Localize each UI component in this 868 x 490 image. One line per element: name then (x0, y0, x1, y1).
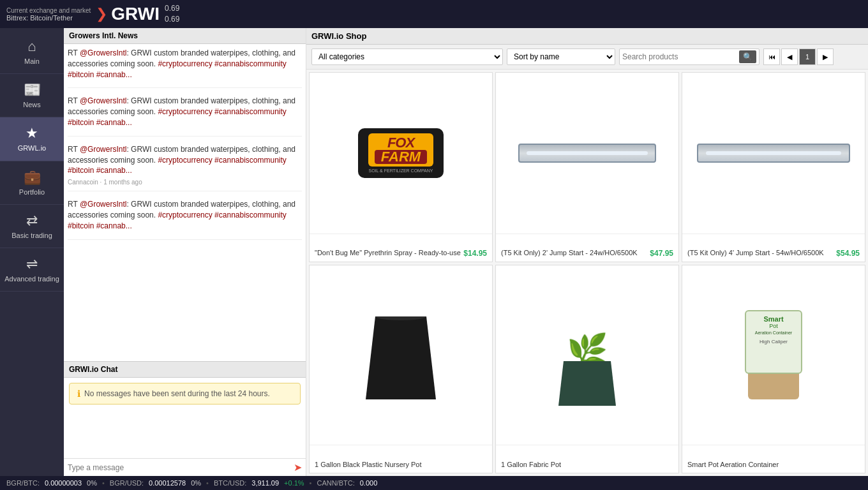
news-item: RT @GrowersIntl: GRWI custom branded wat… (68, 96, 302, 136)
portfolio-icon: 💼 (24, 169, 41, 186)
product-price: $54.95 (836, 249, 860, 258)
shop-header: GRWI.io Shop (306, 28, 868, 45)
product-image-smartpot: Smart Pot Aeration Container High Calipe… (682, 265, 865, 445)
dot-1: • (102, 479, 105, 487)
pagination: ⏮ ◀ 1 ▶ (763, 48, 834, 65)
sidebar: ⌂ Main 📰 News ★ GRWL.io 💼 Portfolio ⇄ Ba… (0, 28, 64, 476)
sidebar-label-portfolio: Portfolio (19, 188, 45, 197)
black-pot-svg (366, 316, 436, 399)
status-btc-usd-value: 3,911.09 (251, 479, 279, 487)
page-next-button[interactable]: ▶ (817, 48, 834, 65)
product-image-blackpot (310, 265, 492, 445)
news-section: Growers Intl. News RT @GrowersIntl: GRWI… (64, 28, 306, 361)
category-select[interactable]: All categories (311, 48, 503, 65)
sidebar-item-basic-trading[interactable]: ⇄ Basic trading (0, 205, 64, 248)
basic-trading-icon: ⇄ (26, 212, 38, 229)
left-panel: Growers Intl. News RT @GrowersIntl: GRWI… (64, 28, 306, 476)
product-name: (T5 Kit Only) 2' Jump Start - 24w/HO/650… (501, 248, 650, 257)
product-footer: 1 Gallon Black Plastic Nursery Pot (310, 445, 492, 473)
news-text: RT @GrowersIntl: GRWI custom branded wat… (68, 48, 302, 80)
status-btc-usd-change: +0.1% (284, 479, 304, 487)
price-1: 0.69 (165, 3, 179, 14)
product-footer: (T5 Kit Only) 4' Jump Start - 54w/HO/650… (682, 234, 865, 262)
news-handle[interactable]: @GrowersIntl (80, 96, 127, 105)
svg-marker-0 (366, 316, 436, 399)
status-btc-usd-label: BTC/USD: (214, 479, 246, 487)
exchange-name: Bittrex: Bitcoin/Tether (6, 14, 91, 22)
news-handle[interactable]: @GrowersIntl (80, 145, 127, 154)
advanced-trading-icon: ⇌ (26, 256, 38, 272)
product-card[interactable]: 1 Gallon Black Plastic Nursery Pot (309, 265, 493, 474)
sidebar-label-advanced-trading: Advanced trading (4, 275, 59, 283)
chat-section: GRWI.io Chat ℹ No messages have been sen… (64, 361, 306, 476)
product-name: 1 Gallon Black Plastic Nursery Pot (315, 460, 487, 469)
sidebar-item-news[interactable]: 📰 News (0, 74, 64, 117)
dot-2: • (206, 479, 209, 487)
fabric-pot-svg (558, 361, 616, 406)
send-icon[interactable]: ➤ (294, 461, 302, 473)
shop-panel: GRWI.io Shop All categories Sort by name… (306, 28, 868, 476)
sidebar-label-grwlio: GRWL.io (18, 144, 46, 152)
search-button[interactable]: 🔍 (739, 50, 756, 63)
product-name: "Don't Bug Me" Pyrethrin Spray - Ready-t… (315, 248, 463, 257)
product-footer: 1 Gallon Fabric Pot (496, 445, 678, 473)
product-card[interactable]: Smart Pot Aeration Container High Calipe… (682, 265, 865, 474)
news-handle[interactable]: @GrowersIntl (80, 200, 127, 209)
chat-notice-text: No messages have been sent during the la… (84, 389, 270, 398)
sidebar-item-main[interactable]: ⌂ Main (0, 31, 64, 74)
news-section-header: Growers Intl. News (64, 28, 306, 44)
status-bgr-btc-label: BGR/BTC: (6, 479, 40, 487)
home-icon: ⌂ (27, 38, 36, 55)
product-price: $47.95 (650, 249, 673, 258)
chat-section-header: GRWI.io Chat (64, 362, 306, 378)
news-text: RT @GrowersIntl: GRWI custom branded wat… (68, 199, 302, 231)
news-text: RT @GrowersIntl: GRWI custom branded wat… (68, 96, 302, 128)
status-bgr-usd-change: 0% (191, 479, 201, 487)
status-bar: BGR/BTC: 0.00000003 0% • BGR/USD: 0.0001… (0, 476, 868, 490)
status-bgr-usd-label: BGR/USD: (110, 479, 144, 487)
product-footer: Smart Pot Aeration Container (682, 445, 865, 473)
sort-select[interactable]: Sort by name (507, 48, 615, 65)
exchange-label: Current exchange and market (6, 7, 91, 14)
search-input[interactable] (622, 52, 739, 61)
news-handle[interactable]: @GrowersIntl (80, 48, 127, 57)
status-bgr-usd-value: 0.00012578 (149, 479, 186, 487)
product-name: Smart Pot Aeration Container (687, 460, 860, 469)
news-text: RT @GrowersIntl: GRWI custom branded wat… (68, 144, 302, 176)
product-card[interactable]: (T5 Kit Only) 2' Jump Start - 24w/HO/650… (495, 72, 679, 262)
product-name: (T5 Kit Only) 4' Jump Start - 54w/HO/650… (687, 248, 836, 257)
product-name: 1 Gallon Fabric Pot (501, 460, 673, 469)
news-list: RT @GrowersIntl: GRWI custom branded wat… (64, 44, 306, 361)
sidebar-item-advanced-trading[interactable]: ⇌ Advanced trading (0, 248, 64, 292)
smart-pot-label: Smart Pot Aeration Container High Calipe… (745, 310, 802, 374)
product-card[interactable]: (T5 Kit Only) 4' Jump Start - 54w/HO/650… (682, 72, 865, 262)
page-first-button[interactable]: ⏮ (763, 48, 780, 65)
svg-marker-2 (558, 361, 616, 406)
sidebar-item-grwlio[interactable]: ★ GRWL.io (0, 117, 64, 161)
header-arrow-icon: ❯ (96, 6, 107, 22)
news-meta: Cannacoin · 1 months ago (68, 179, 302, 186)
product-footer: (T5 Kit Only) 2' Jump Start - 24w/HO/650… (496, 234, 678, 262)
info-icon: ℹ (77, 389, 80, 399)
product-image-plant: 🌿 (496, 265, 678, 445)
chat-input-row: ➤ (64, 458, 306, 476)
status-bgr-btc-value: 0.00000003 (45, 479, 82, 487)
sidebar-item-portfolio[interactable]: 💼 Portfolio (0, 161, 64, 205)
page-prev-button[interactable]: ◀ (781, 48, 798, 65)
price-2: 0.69 (165, 14, 179, 25)
dot-3: • (310, 479, 312, 487)
product-card[interactable]: FOX FARM SOIL & FERTILIZER COMPANY "Don'… (309, 72, 493, 262)
top-header: Current exchange and market Bittrex: Bit… (0, 0, 868, 28)
search-container: 🔍 (619, 48, 760, 65)
product-footer: "Don't Bug Me" Pyrethrin Spray - Ready-t… (310, 234, 492, 262)
status-bgr-btc-change: 0% (87, 479, 97, 487)
news-item: RT @GrowersIntl: GRWI custom branded wat… (68, 144, 302, 191)
star-icon: ★ (26, 125, 38, 142)
page-current-button[interactable]: 1 (799, 48, 816, 65)
news-item: RT @GrowersIntl: GRWI custom branded wat… (68, 199, 302, 239)
chat-input[interactable] (68, 463, 294, 472)
product-price: $14.95 (463, 249, 487, 258)
product-card[interactable]: 🌿 1 Gallon Fabric Pot (495, 265, 679, 474)
ticker-symbol: GRWI (111, 4, 160, 24)
product-image-lightbar (496, 73, 678, 234)
